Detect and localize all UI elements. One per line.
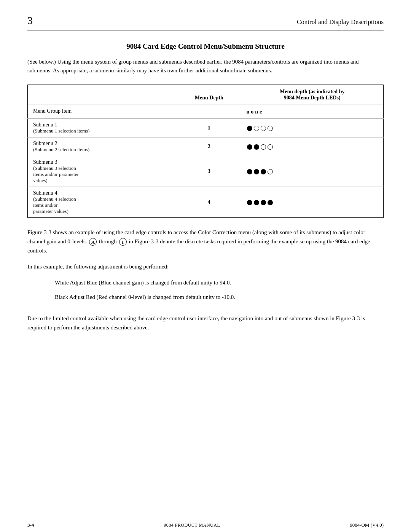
col-leds-header: Menu depth (as indicated by 9084 Menu De… <box>241 85 383 104</box>
led-empty-icon <box>268 126 273 131</box>
indent-para-2: Black Adjust Red (Red channel 0-level) i… <box>55 292 384 302</box>
table-row: Submenu 1(Submenu 1 selection items)1 <box>28 118 384 137</box>
row-label: Submenu 3(Submenu 3 selectionitems and/o… <box>28 156 177 187</box>
row-label: Menu Group Item <box>28 104 177 118</box>
led-filled-icon <box>261 169 266 174</box>
second-para: In this example, the following adjustmen… <box>27 262 384 271</box>
led-empty-icon <box>254 126 259 131</box>
row-depth: 4 <box>177 187 241 217</box>
row-label-sub: (Submenu 2 selection items) <box>33 147 89 152</box>
led-filled-icon <box>268 200 273 205</box>
row-label: Submenu 2(Submenu 2 selection items) <box>28 137 177 156</box>
row-label-main: Menu Group Item <box>33 108 72 114</box>
row-label-main: Submenu 3 <box>33 159 57 165</box>
page: 3 Control and Display Descriptions 9084 … <box>0 0 411 532</box>
row-depth <box>177 104 241 118</box>
main-content: 9084 Card Edge Control Menu/Submenu Stru… <box>0 31 411 332</box>
row-depth: 2 <box>177 137 241 156</box>
row-label-main: Submenu 2 <box>33 141 57 146</box>
row-depth: 3 <box>177 156 241 187</box>
row-label-main: Submenu 1 <box>33 122 57 128</box>
menu-table: Menu Depth Menu depth (as indicated by 9… <box>27 85 384 218</box>
indent-para-1: White Adjust Blue (Blue channel gain) is… <box>55 278 384 287</box>
led-filled-icon <box>247 200 252 205</box>
row-leds <box>241 118 383 137</box>
circled-A: A <box>89 238 97 246</box>
row-leds <box>241 187 383 217</box>
row-label-sub: (Submenu 3 selectionitems and/or paramet… <box>33 165 79 183</box>
led-filled-icon <box>247 126 252 131</box>
table-row: Submenu 3(Submenu 3 selectionitems and/o… <box>28 156 384 187</box>
led-filled-icon <box>247 144 252 150</box>
page-header: 3 Control and Display Descriptions <box>0 0 411 27</box>
row-label: Submenu 4(Submenu 4 selectionitems and/o… <box>28 187 177 217</box>
col-depth-header: Menu Depth <box>177 85 241 104</box>
page-footer: 3-4 9084 PRODUCT MANUAL 9084-OM (V4.0) <box>0 518 411 532</box>
led-empty-icon <box>261 144 266 150</box>
third-para: Due to the limited control available whe… <box>27 314 384 332</box>
intro-text: (See below.) Using the menu system of gr… <box>27 58 384 75</box>
led-filled-icon <box>254 169 259 174</box>
figure-text-through: through <box>97 238 118 244</box>
figure-desc-para: Figure 3-3 shows an example of using the… <box>27 228 384 255</box>
chapter-number: 3 <box>27 14 33 27</box>
table-row: Submenu 2(Submenu 2 selection items)2 <box>28 137 384 156</box>
led-empty-icon <box>261 126 266 131</box>
section-title: 9084 Card Edge Control Menu/Submenu Stru… <box>27 42 384 51</box>
header-title: Control and Display Descriptions <box>297 18 384 26</box>
led-empty-icon <box>268 144 273 150</box>
led-filled-icon <box>261 200 266 205</box>
row-leds <box>241 156 383 187</box>
circled-I: I <box>119 238 127 246</box>
row-label-sub: (Submenu 1 selection items) <box>33 128 89 134</box>
table-row: Menu Group Itemnone <box>28 104 384 118</box>
led-empty-icon <box>268 169 273 174</box>
col-label-header <box>28 85 177 104</box>
led-filled-icon <box>254 144 259 150</box>
led-filled-icon <box>254 200 259 205</box>
row-label-sub: (Submenu 4 selectionitems and/orparamete… <box>33 196 76 214</box>
none-label: none <box>246 109 263 115</box>
row-leds: none <box>241 104 383 118</box>
row-label: Submenu 1(Submenu 1 selection items) <box>28 118 177 137</box>
row-depth: 1 <box>177 118 241 137</box>
footer-page-number: 3-4 <box>27 522 34 528</box>
row-label-main: Submenu 4 <box>33 190 57 196</box>
table-header-row: Menu Depth Menu depth (as indicated by 9… <box>28 85 384 104</box>
table-row: Submenu 4(Submenu 4 selectionitems and/o… <box>28 187 384 217</box>
row-leds <box>241 137 383 156</box>
led-filled-icon <box>247 169 252 174</box>
footer-product-name: 9084 PRODUCT MANUAL <box>164 522 220 528</box>
footer-document-id: 9084-OM (V4.0) <box>350 522 384 528</box>
